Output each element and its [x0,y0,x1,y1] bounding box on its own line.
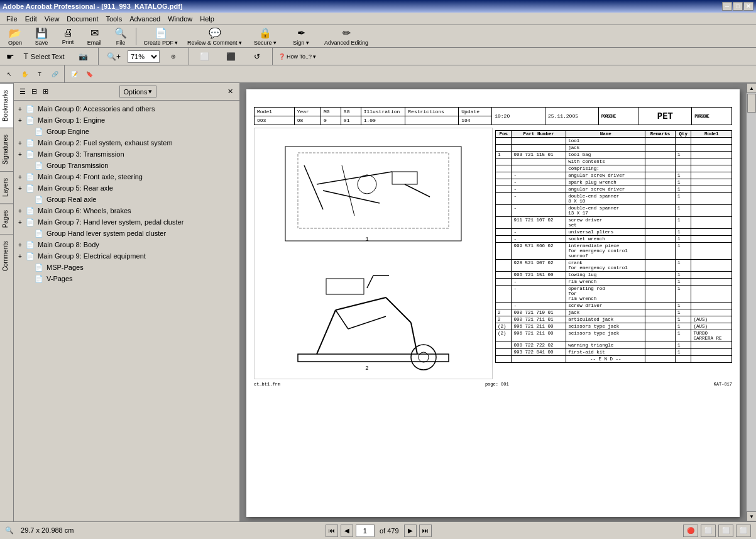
minimize-btn[interactable]: ─ [722,2,732,11]
nav-item-mg1[interactable]: + 📄 Main Group 1: Engine [14,114,239,126]
dimensions-text: 29.7 x 20.988 cm [21,526,74,534]
scroll-down-btn[interactable]: ▼ [747,511,756,521]
hand-tool-button[interactable]: ☛ [3,50,18,64]
rotate-button[interactable]: ↺ [244,50,270,64]
zoom-out-button[interactable]: ⊕ [161,50,186,64]
nav-item-group-engine[interactable]: 📄 Group Engine [14,126,239,137]
right-scrollbar[interactable]: ▲ ▼ [746,83,756,521]
text-tool[interactable]: T [33,67,47,81]
print-button[interactable]: 🖨 Print [55,27,80,46]
menu-file[interactable]: File [3,14,21,24]
nav-item-mg2[interactable]: + 📄 Main Group 2: Fuel system, exhaust s… [14,137,239,148]
expand-mg4[interactable]: + [16,173,24,181]
select-text-button[interactable]: T Select Text [19,50,69,64]
nav-item-mg8[interactable]: + 📄 Main Group 8: Body [14,239,239,250]
expand-mg5[interactable]: + [16,184,24,192]
save-button[interactable]: 💾 Save [29,27,54,46]
menu-window[interactable]: Window [164,14,196,24]
nav-panel-close-btn[interactable]: ✕ [226,87,236,97]
expand-mg1[interactable]: + [16,116,24,124]
options-button[interactable]: Options ▾ [119,86,157,97]
link-tool[interactable]: 🔗 [48,67,62,81]
nav-item-mg5[interactable]: + 📄 Main Group 5: Rear axle [14,182,239,194]
nav-item-v-pages[interactable]: 📄 V-Pages [14,273,239,284]
scroll-track [747,93,756,511]
nav-label-mg6: Main Group 6: Wheels, brakes [38,207,131,214]
hand2-icon: ✋ [21,71,28,77]
close-btn[interactable]: ✕ [743,2,753,11]
table-row: -spark plug wrench1 [496,179,732,186]
note-tool[interactable]: 📝 [67,67,81,81]
scroll-up-btn[interactable]: ▲ [747,83,756,93]
sign-button[interactable]: ✒ Sign ▾ [285,27,317,46]
next-page-btn[interactable]: ▶ [404,525,417,537]
menu-edit[interactable]: Edit [21,14,41,24]
nav-item-group-transmission[interactable]: 📄 Group Transmission [14,160,239,171]
doc-icon-engine: 📄 [34,127,44,136]
expand-mg9[interactable]: + [16,252,24,260]
menu-document[interactable]: Document [63,14,102,24]
expand-mg2[interactable]: + [16,139,24,147]
layers-tab[interactable]: Layers [0,171,13,203]
page-number-input[interactable] [356,525,375,537]
nav-item-group-hand-lever[interactable]: 📄 Group Hand lever system pedal cluster [14,228,239,239]
nav-item-mg4[interactable]: + 📄 Main Group 4: Front axle, steering [14,171,239,182]
review-comment-button[interactable]: 💬 Review & Comment ▾ [184,27,245,46]
advanced-editing-button[interactable]: ✏ Advanced Editing [318,27,375,46]
menu-advanced[interactable]: Advanced [126,14,164,24]
expand-mg3[interactable]: + [16,150,24,158]
email-button[interactable]: ✉ Email [82,27,107,46]
menu-help[interactable]: Help [196,14,218,24]
open-button[interactable]: 📂 Open [3,27,28,46]
nav-item-mg3[interactable]: + 📄 Main Group 3: Transmission [14,148,239,160]
pages-tab[interactable]: Pages [0,203,13,234]
comments-tab[interactable]: Comments [0,234,13,277]
secure-button[interactable]: 🔒 Secure ▾ [246,27,284,46]
status-icon-1[interactable]: 🔴 [683,525,698,537]
nav-icon-2[interactable]: ⊟ [29,87,39,97]
status-icon-2[interactable]: ⬜ [701,525,716,537]
menu-view[interactable]: View [41,14,63,24]
nav-item-mg7[interactable]: + 📄 Main Group 7: Hand lever system, ped… [14,216,239,228]
how-to-button[interactable]: ❓ How To..? ▾ [275,50,319,64]
status-icon-4[interactable]: ⬜ [736,525,751,537]
expand-mg8[interactable]: + [16,241,24,248]
expand-mg7[interactable]: + [16,218,24,226]
page-total-label: of 479 [380,527,399,535]
nav-item-mg6[interactable]: + 📄 Main Group 6: Wheels, brakes [14,205,239,216]
svg-line-8 [405,184,430,197]
pdf-viewer[interactable]: Model Year MG SG Illustration Restrictio… [240,83,746,521]
first-page-btn[interactable]: ⏮ [326,525,338,537]
nav-item-msp-pages[interactable]: 📄 MSP-Pages [14,262,239,273]
maximize-btn[interactable]: □ [733,2,743,11]
fit-width-button[interactable]: ⬛ [218,50,243,64]
bookmarks-tab[interactable]: Bookmarks [0,83,13,128]
last-page-btn[interactable]: ⏭ [419,525,432,537]
zoom-in-button[interactable]: 🔍+ [101,50,126,64]
expand-mg6[interactable]: + [16,207,24,214]
table-row: tool [496,138,732,145]
fit-page-button[interactable]: ⬜ [192,50,217,64]
zoom-select[interactable]: 71% 50% 100% 150% [128,50,160,63]
status-icon-3[interactable]: ⬜ [718,525,733,537]
doc-icon-mg5: 📄 [25,184,35,192]
expand-mg0[interactable]: + [16,105,24,113]
col-pos: Pos [496,131,512,138]
hand-tool2[interactable]: ✋ [18,67,31,81]
signatures-tab[interactable]: Signatures [0,128,13,171]
text-icon: T [38,71,41,77]
nav-item-mg9[interactable]: + 📄 Main Group 9: Electrical equipment [14,250,239,262]
scroll-thumb[interactable] [747,94,756,113]
nav-icon-3[interactable]: ⊞ [40,87,50,97]
arrow-tool[interactable]: ↖ [3,67,16,81]
camera-button[interactable]: 📷 [70,50,96,64]
search-button[interactable]: 🔍 File [108,27,133,46]
nav-label-mg0: Main Group 0: Accessories and others [38,105,155,113]
menu-tools[interactable]: Tools [102,14,126,24]
nav-item-group-real-axle[interactable]: 📄 Group Real axle [14,194,239,205]
stamp-tool[interactable]: 🔖 [82,67,96,81]
nav-icon-1[interactable]: ☰ [18,87,28,97]
prev-page-btn[interactable]: ◀ [341,525,353,537]
nav-item-mg0[interactable]: + 📄 Main Group 0: Accessories and others [14,103,239,114]
create-pdf-button[interactable]: 📄 Create PDF ▾ [139,27,183,46]
